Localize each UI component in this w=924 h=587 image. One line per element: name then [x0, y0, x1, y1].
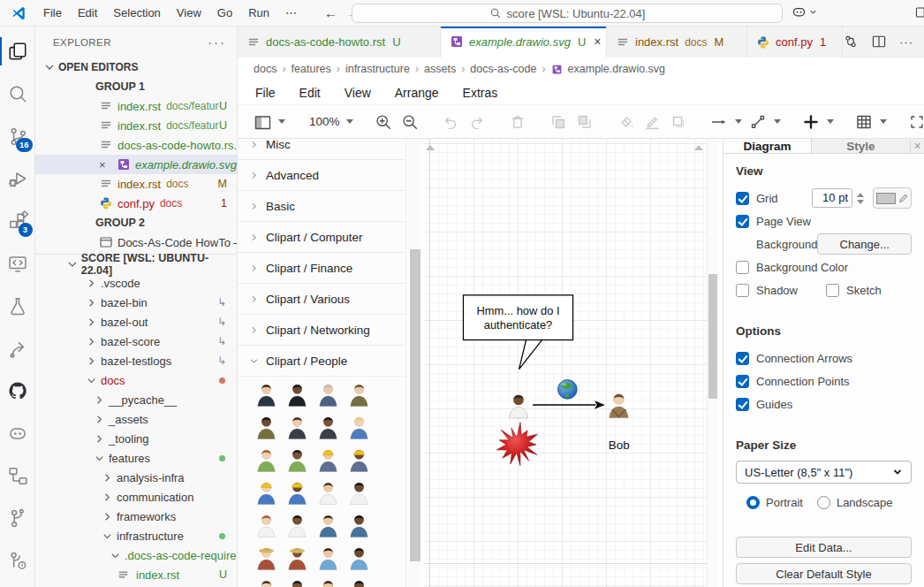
connection-arrow-icon[interactable]	[710, 113, 728, 131]
activity-copilot-chat[interactable]	[0, 412, 35, 454]
palette-section-clipart-networking[interactable]: Clipart / Networking	[238, 315, 405, 346]
insert-caret-icon[interactable]	[827, 119, 834, 124]
activity-github[interactable]	[0, 370, 35, 412]
activity-drawio-hierarchy[interactable]	[0, 454, 35, 497]
palette-section-clipart-people[interactable]: Clipart / People	[238, 346, 405, 377]
background-color-checkbox[interactable]	[736, 261, 749, 274]
activity-explorer[interactable]	[0, 30, 35, 72]
activity-git-graph-alt[interactable]	[0, 539, 35, 582]
activity-git-graph[interactable]	[0, 497, 35, 539]
to-back-icon[interactable]	[576, 113, 594, 131]
open-editors-header[interactable]: OPEN EDITORS	[35, 57, 237, 77]
construction-man-dark-shape[interactable]	[344, 447, 375, 472]
doctor-woman-light-shape[interactable]	[251, 513, 282, 537]
breadcrumb-item[interactable]: example.drawio.svg	[568, 63, 665, 75]
landscape-radio[interactable]	[817, 496, 830, 509]
menu-go[interactable]: Go	[209, 4, 240, 23]
delete-icon[interactable]	[509, 113, 526, 131]
grid-checkbox[interactable]	[736, 192, 749, 205]
open-editor-item[interactable]: docs-as-code-howto.rs...U	[35, 135, 237, 155]
to-front-icon[interactable]	[549, 113, 567, 131]
speech-bubble[interactable]: Hmm... how do I authenticate?	[463, 295, 572, 370]
open-editor-item[interactable]: index.rstdocsM	[35, 174, 237, 194]
palette-section-clipart-various[interactable]: Clipart / Various	[238, 284, 405, 315]
breadcrumb-item[interactable]: docs-as-code	[470, 63, 536, 75]
tree-item--tooling[interactable]: _tooling	[35, 429, 237, 448]
activity-live-share[interactable]	[0, 327, 35, 370]
activity-source-control[interactable]: 16	[0, 115, 35, 157]
woman-green-light-shape[interactable]	[251, 447, 282, 472]
open-editor-item[interactable]: conf.pydocs1	[35, 194, 237, 213]
portrait-radio[interactable]	[746, 496, 760, 509]
connection-arrows-checkbox[interactable]	[736, 352, 749, 365]
businessman-gray-hair-shape[interactable]	[313, 382, 344, 407]
tree-item-bazel-score[interactable]: bazel-score↳	[35, 332, 237, 351]
open-changes-icon[interactable]	[843, 34, 859, 50]
split-editor-icon[interactable]	[871, 34, 887, 50]
drawio-menu-view[interactable]: View	[345, 86, 371, 100]
scrubs-man-dark-shape[interactable]	[344, 513, 375, 537]
breadcrumb-item[interactable]: infrastructure	[345, 63, 410, 75]
businesswoman-light-shape[interactable]	[282, 415, 313, 439]
tab-docs-as-code-howto[interactable]: docs-as-code-howto.rst U	[238, 27, 441, 57]
tree-item-bazel-testlogs[interactable]: bazel-testlogs↳	[35, 351, 237, 370]
guides-checkbox[interactable]	[736, 398, 749, 411]
paper-size-select[interactable]: US-Letter (8,5" x 11")	[736, 461, 912, 484]
suit-man-light-shape[interactable]	[313, 578, 344, 587]
scrubs-man-light-shape[interactable]	[313, 513, 344, 537]
open-editor-item[interactable]: ×example.drawio.svgdoc...U	[35, 155, 237, 174]
tree-item-frameworks[interactable]: frameworks	[35, 507, 237, 526]
grid-size-input[interactable]: 10 pt	[812, 188, 852, 208]
close-icon[interactable]: ×	[99, 158, 113, 172]
tree-item-index-rst[interactable]: index.rstU	[35, 565, 237, 584]
tree-item--assets[interactable]: _assets	[35, 409, 237, 429]
back-arrow-icon[interactable]: ←	[324, 5, 337, 20]
shadow-icon[interactable]	[670, 113, 687, 131]
change-background-button[interactable]: Change...	[817, 233, 912, 255]
menu-run[interactable]: Run	[240, 4, 277, 23]
nurse-man-light-shape[interactable]	[313, 545, 344, 570]
breadcrumb-item[interactable]: docs	[254, 63, 276, 75]
palette-scrollbar[interactable]	[405, 139, 424, 587]
fullscreen-icon[interactable]	[908, 113, 924, 131]
activity-search[interactable]	[0, 72, 35, 115]
drawio-menu-extras[interactable]: Extras	[463, 86, 498, 100]
tree-item-features[interactable]: features	[35, 448, 237, 468]
construction-man-light-shape[interactable]	[313, 447, 344, 472]
farmer-dark-shape[interactable]	[282, 545, 313, 570]
tree-item--docs-as-code-require-[interactable]: .docs-as-code-require...	[35, 545, 237, 565]
open-editor-item[interactable]: index.rstdocs/features/i...U	[35, 116, 237, 135]
waypoint-caret-icon[interactable]	[774, 119, 781, 124]
businessman-olive-dark-shape[interactable]	[251, 415, 282, 439]
tree-item-infrastructure[interactable]: infrastructure	[35, 526, 237, 545]
connection-points-checkbox[interactable]	[736, 375, 749, 388]
menu-selection[interactable]: Selection	[105, 4, 168, 23]
tab-index-rst[interactable]: index.rst docs M	[607, 27, 747, 57]
breadcrumb-item[interactable]: features	[292, 63, 331, 75]
activity-testing[interactable]	[0, 285, 35, 327]
farmer-light-shape[interactable]	[251, 545, 282, 570]
nurse-woman-dark-shape[interactable]	[282, 578, 313, 587]
nurse-woman-light-shape[interactable]	[251, 578, 282, 587]
tree-item--vscode[interactable]: .vscode	[35, 273, 237, 293]
command-center-search[interactable]: score [WSL: Ubuntu-22.04]	[352, 4, 783, 23]
dropdown-caret-icon[interactable]	[278, 119, 285, 124]
connection-arrow[interactable]	[533, 400, 605, 409]
tab-style[interactable]: Style	[812, 139, 911, 153]
tree-item-analysis-infra[interactable]: analysis-infra	[35, 468, 237, 487]
starburst-shape[interactable]	[496, 423, 537, 466]
sidebar-more-actions[interactable]: ···	[208, 34, 226, 50]
workspace-header[interactable]: SCORE [WSL: UBUNTU-22.04]	[35, 254, 237, 273]
tree-item--pycache-[interactable]: __pycache__	[35, 390, 237, 409]
layout-panel-icon[interactable]	[915, 5, 924, 19]
zoom-in-icon[interactable]	[375, 113, 392, 131]
undo-icon[interactable]	[442, 113, 459, 131]
globe-shape[interactable]	[558, 380, 578, 400]
activity-run-debug[interactable]	[0, 157, 35, 200]
menu-file[interactable]: File	[35, 4, 70, 23]
doctor-man-dark-shape[interactable]	[344, 480, 375, 505]
zoom-level[interactable]: 100%	[309, 115, 340, 128]
zoom-out-icon[interactable]	[401, 113, 419, 131]
businessman-olive-light-shape[interactable]	[344, 382, 375, 407]
activity-extensions[interactable]: 3	[0, 200, 35, 242]
